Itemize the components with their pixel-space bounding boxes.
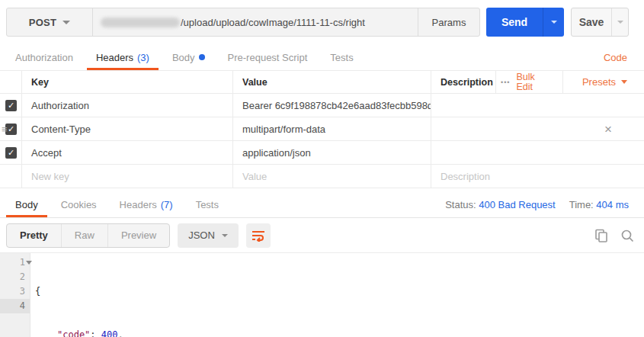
row-handle-cell: ✓ [0, 141, 21, 164]
response-toolbar: Pretty Raw Preview JSON [0, 218, 644, 253]
save-options-button[interactable] [611, 8, 628, 36]
description-cell[interactable] [431, 94, 644, 117]
params-button[interactable]: Params [418, 8, 479, 36]
row-checkbox[interactable]: ✓ [5, 100, 17, 111]
json-key: "code" [57, 329, 90, 337]
json-number: 400 [101, 329, 118, 337]
request-bar: POST /upload/upload/cowImage/1111-11-cs/… [0, 0, 644, 44]
chevron-down-icon [551, 21, 557, 24]
row-handle-cell: ✓ [0, 94, 21, 117]
line-number: 2 [0, 270, 30, 284]
wrap-text-button[interactable] [246, 223, 271, 248]
new-key-input[interactable] [31, 171, 223, 182]
response-status-bar: Status: 400 Bad Request Time: 404 ms [445, 191, 638, 217]
view-mode-raw[interactable]: Raw [61, 224, 107, 247]
more-options-icon[interactable]: ••• [501, 79, 510, 86]
send-button[interactable]: Send [486, 8, 543, 37]
response-tabs: Body Cookies Headers (7) Tests Status: 4… [0, 191, 644, 218]
send-options-button[interactable] [543, 8, 564, 37]
response-body-editor[interactable]: 1 2 3 4 { "code": 400, "message": "HTTP … [0, 253, 644, 337]
key-text: Accept [31, 147, 62, 159]
row-handle-cell [0, 165, 21, 188]
line-number: 1 [0, 255, 30, 270]
search-response-button[interactable] [617, 225, 638, 246]
tab-pre-request-script[interactable]: Pre-request Script [219, 44, 317, 70]
response-headers-count-badge: (7) [161, 199, 173, 210]
new-key-cell [21, 165, 232, 188]
key-cell[interactable]: Accept [21, 141, 232, 164]
url-input[interactable]: /upload/upload/cowImage/1111-11-cs/right [93, 8, 418, 36]
code-line-1: { [30, 284, 644, 299]
line-number-gutter: 1 2 3 4 [0, 253, 30, 337]
chevron-down-icon [222, 234, 228, 237]
value-text: Bearer 6c9f198878cb42e6aad83fecbb598d... [242, 100, 431, 111]
response-tab-body[interactable]: Body [6, 191, 47, 217]
value-text: multipart/form-data [242, 124, 325, 135]
chevron-down-icon [617, 21, 623, 24]
tab-label: Cookies [61, 199, 97, 210]
value-cell[interactable]: multipart/form-data [232, 117, 431, 140]
fold-caret-icon[interactable] [26, 261, 32, 265]
status-label: Status: [445, 199, 476, 210]
value-cell[interactable]: application/json [232, 141, 431, 164]
new-description-input[interactable] [441, 171, 635, 182]
method-label: POST [29, 17, 57, 28]
description-cell[interactable] [431, 141, 644, 164]
bulk-edit-link[interactable]: Bulk Edit [516, 72, 542, 92]
code-line-2: "code": 400, [30, 328, 644, 337]
key-column-header: Key [21, 71, 232, 93]
url-group: POST /upload/upload/cowImage/1111-11-cs/… [6, 8, 480, 37]
new-description-cell [431, 165, 644, 188]
headers-table-header: Key Value Description ••• Bulk Edit Pres… [0, 71, 644, 94]
view-mode-group: Pretty Raw Preview [6, 223, 170, 248]
time-value: 404 ms [596, 199, 629, 210]
value-text: application/json [242, 147, 311, 159]
method-dropdown[interactable]: POST [7, 8, 92, 36]
tab-authorization[interactable]: Authorization [6, 44, 82, 70]
chevron-down-icon [62, 21, 70, 24]
presets-dropdown[interactable]: Presets [562, 71, 644, 93]
send-split-button: Send [486, 8, 564, 37]
code-link[interactable]: Code [593, 44, 638, 70]
value-cell[interactable]: Bearer 6c9f198878cb42e6aad83fecbb598d... [232, 94, 431, 117]
json-code[interactable]: { "code": 400, "message": "HTTP 400 Bad … [30, 253, 644, 337]
drag-handle-icon[interactable]: ≡ [2, 124, 8, 135]
url-path-text: /upload/upload/cowImage/1111-11-cs/right [181, 17, 365, 28]
redacted-url-host [101, 18, 180, 27]
row-checkbox[interactable]: ✓ [5, 147, 17, 159]
line-number-active: 4 [0, 299, 30, 313]
response-tab-headers[interactable]: Headers (7) [111, 191, 182, 217]
postman-request-window: POST /upload/upload/cowImage/1111-11-cs/… [0, 0, 644, 337]
new-value-input[interactable] [242, 171, 421, 182]
description-cell[interactable]: × [431, 117, 644, 140]
header-row-accept: ✓ Accept application/json [0, 141, 644, 165]
time-label: Time: [569, 199, 594, 210]
copy-response-button[interactable] [591, 225, 612, 246]
chevron-down-icon [621, 80, 627, 84]
status-field: Status: 400 Bad Request [445, 199, 556, 210]
view-mode-preview[interactable]: Preview [107, 224, 169, 247]
key-cell[interactable]: Authorization [21, 94, 232, 117]
handle-column-header [0, 71, 21, 93]
tab-label: Headers [96, 52, 133, 63]
spacer [367, 44, 593, 70]
view-mode-pretty[interactable]: Pretty [7, 224, 61, 247]
line-number: 3 [0, 284, 30, 299]
response-tab-tests[interactable]: Tests [187, 191, 228, 217]
save-button[interactable]: Save [572, 8, 611, 36]
tab-tests[interactable]: Tests [321, 44, 362, 70]
format-dropdown[interactable]: JSON [178, 223, 239, 248]
key-text: Content-Type [31, 124, 91, 135]
response-tab-cookies[interactable]: Cookies [52, 191, 106, 217]
tab-body[interactable]: Body [163, 44, 214, 70]
tab-label: Body [15, 199, 38, 210]
header-row-authorization: ✓ Authorization Bearer 6c9f198878cb42e6a… [0, 94, 644, 117]
tab-label: Tests [330, 52, 353, 63]
tab-headers[interactable]: Headers (3) [87, 44, 159, 70]
wrap-text-icon [252, 229, 265, 242]
remove-row-icon[interactable]: × [604, 123, 612, 136]
new-value-cell [232, 165, 431, 188]
key-cell[interactable]: Content-Type [21, 117, 232, 140]
header-row-content-type: ≡ ✓ Content-Type multipart/form-data × [0, 117, 644, 141]
value-column-header: Value [232, 71, 431, 93]
